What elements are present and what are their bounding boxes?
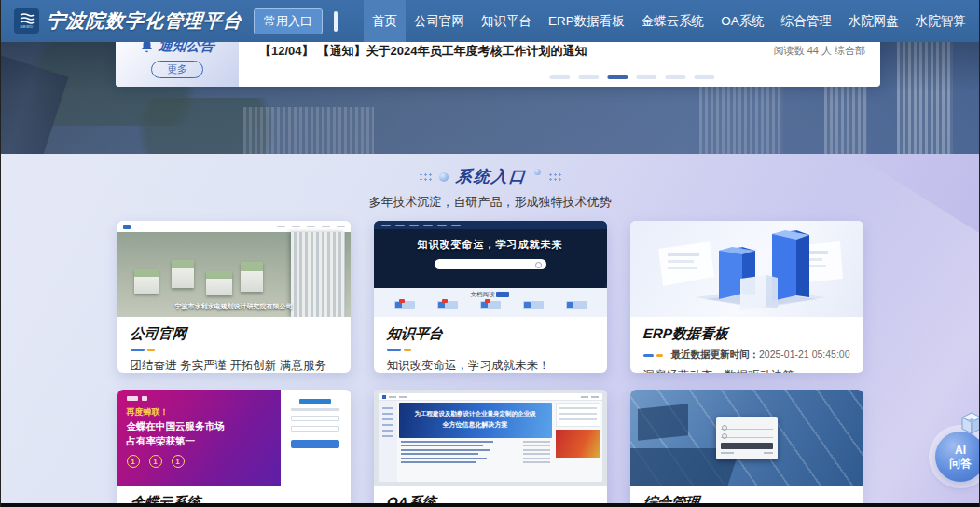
system-entry-grid: 宁波市水利水电规划设计研究院有限公司 公司官网 团结奋进 务实严谨 开拓创新 满… — [117, 221, 863, 507]
pagination-dash-active[interactable] — [607, 75, 628, 79]
card-kingdee-cloud[interactable]: 再度蝉联！ 金蝶在中国云服务市场 占有率荣获第一 1 1 1 金蝶云系统 — [117, 390, 351, 507]
quick-entry-button[interactable]: 常用入口 — [254, 8, 323, 34]
kingdee-login-panel — [281, 390, 351, 486]
card-oa-system[interactable]: 为工程建设及勘察设计企业量身定制的企业级 全方位信息化解决方案 — [374, 390, 607, 507]
nav-item-kingdee-cloud[interactable]: 金蝶云系统 — [633, 0, 713, 42]
oa-promo-banner — [556, 430, 600, 458]
nav-item-company-site[interactable]: 公司官网 — [406, 0, 473, 42]
logo[interactable]: NBWD 宁波院数字化管理平台 — [14, 8, 242, 34]
decor-dots — [548, 172, 561, 182]
erp-thumbnail — [630, 221, 863, 317]
notice-meta: 阅读数 44 人 综合部 — [774, 44, 865, 58]
card-title: ERP数据看板 — [642, 325, 851, 343]
pagination-dash[interactable] — [694, 75, 714, 79]
nav-item-more[interactable]: 更多 — [974, 0, 980, 42]
nav-item-home[interactable]: 首页 — [364, 0, 406, 42]
knowledge-banner-slogan: 知识改变命运，学习成就未来 — [374, 238, 607, 252]
kingdee-slogan-2: 金蝶在中国云服务市场 — [127, 420, 271, 433]
pagination-dash[interactable] — [636, 75, 656, 79]
oa-banner-line1: 为工程建设及勘察设计企业量身定制的企业级 — [399, 410, 552, 418]
oa-thumbnail: 为工程建设及勘察设计企业量身定制的企业级 全方位信息化解决方案 — [374, 390, 607, 486]
medal-icon: 1 — [172, 455, 185, 468]
ai-chat-button[interactable]: AI 问答 — [935, 411, 980, 482]
pagination-dash[interactable] — [549, 75, 570, 79]
erp-3d-bars-illustration — [630, 221, 863, 317]
notice-item-title[interactable]: 【12/04】【通知】关于2024年员工年度考核工作计划的通知 — [259, 43, 587, 60]
nav-item-management[interactable]: 综合管理 — [773, 0, 840, 42]
main-nav: 首页 公司官网 知识平台 ERP数据看板 金蝶云系统 OA系统 综合管理 水院网… — [364, 0, 980, 42]
oa-banner-line2: 全方位信息化解决方案 — [399, 420, 552, 430]
knowledge-thumbnail: 知识改变命运，学习成就未来 文档阅读 — [374, 221, 607, 317]
app-window: NBWD 宁波院数字化管理平台 常用入口 首页 公司官网 知识平台 ERP数据看… — [0, 0, 980, 507]
ai-button-line1: AI — [955, 445, 966, 457]
mobile-device-icon[interactable] — [334, 11, 338, 32]
card-title: 公司官网 — [130, 325, 338, 343]
ai-button-line2: 问答 — [949, 457, 972, 470]
card-management[interactable]: 综合管理 — [630, 390, 863, 507]
notice-pagination — [549, 75, 714, 79]
nav-item-smart-compute[interactable]: 水院智算 — [907, 0, 974, 42]
nav-item-netdisk[interactable]: 水院网盘 — [840, 0, 907, 42]
company-site-caption: 宁波市水利水电规划设计研究院有限公司 — [175, 302, 293, 311]
decor-ball — [534, 169, 541, 175]
card-title: 知识平台 — [386, 325, 595, 343]
notice-department: 综合部 — [835, 45, 865, 56]
system-entry-section-header: 系统入口 多年技术沉淀，自研产品，形成独特技术优势 — [1, 154, 979, 221]
nav-item-oa-system[interactable]: OA系统 — [712, 0, 773, 42]
top-navbar: NBWD 宁波院数字化管理平台 常用入口 首页 公司官网 知识平台 ERP数据看… — [1, 0, 979, 42]
kingdee-slogan-1: 再度蝉联！ — [127, 406, 271, 418]
medal-icon: 1 — [127, 455, 140, 468]
erp-update-time: 最近数据更新时间：2025-01-21 05:45:00 — [671, 349, 850, 362]
logo-icon: NBWD — [14, 8, 39, 34]
kingdee-slogan-3: 占有率荣获第一 — [127, 435, 271, 448]
knowledge-search-bar — [435, 259, 546, 269]
card-description: 团结奋进 务实严谨 开拓创新 满意服务 — [131, 358, 338, 373]
card-erp-dashboard[interactable]: ERP数据看板 最近数据更新时间：2025-01-21 05:45:00 洞察经… — [630, 221, 863, 373]
decor-dots — [419, 172, 432, 182]
section-title: 系统入口 — [455, 166, 528, 187]
knowledge-strip-label: 文档阅读 — [471, 291, 495, 297]
hero-building — [699, 79, 783, 154]
hero-building — [243, 107, 374, 154]
card-description: 洞察经营动态，数据驱动决策 — [643, 368, 850, 373]
app-title: 宁波院数字化管理平台 — [46, 8, 243, 34]
notice-more-button[interactable]: 更多 — [151, 61, 203, 78]
company-site-thumbnail: 宁波市水利水电规划设计研究院有限公司 — [117, 221, 351, 317]
medal-icon: 1 — [149, 455, 162, 468]
card-description: 知识改变命运，学习成就未来！ — [387, 358, 594, 373]
decor-ball — [439, 172, 449, 182]
kingdee-thumbnail: 再度蝉联！ 金蝶在中国云服务市场 占有率荣获第一 1 1 1 — [117, 390, 351, 486]
pagination-dash[interactable] — [665, 75, 685, 79]
notice-date: 【12/04】 — [259, 44, 314, 58]
nav-item-erp-dashboard[interactable]: ERP数据看板 — [540, 0, 633, 42]
window-bottom-edge — [1, 503, 979, 507]
section-subtitle: 多年技术沉淀，自研产品，形成独特技术优势 — [1, 194, 979, 211]
ai-cube-icon — [956, 411, 980, 441]
logo-subtext: NBWD — [20, 25, 33, 29]
card-knowledge-platform[interactable]: 知识改变命运，学习成就未来 文档阅读 知识平台 知识改变命运，学习成就未来！ — [374, 221, 607, 373]
management-thumbnail — [630, 390, 863, 486]
notice-read-count: 阅读数 44 人 — [774, 45, 832, 56]
pagination-dash[interactable] — [578, 75, 599, 79]
nav-item-knowledge[interactable]: 知识平台 — [473, 0, 540, 42]
card-company-site[interactable]: 宁波市水利水电规划设计研究院有限公司 公司官网 团结奋进 务实严谨 开拓创新 满… — [117, 221, 351, 373]
hero-building — [897, 42, 953, 154]
hero-road — [1, 51, 69, 154]
management-login-card — [716, 417, 778, 459]
